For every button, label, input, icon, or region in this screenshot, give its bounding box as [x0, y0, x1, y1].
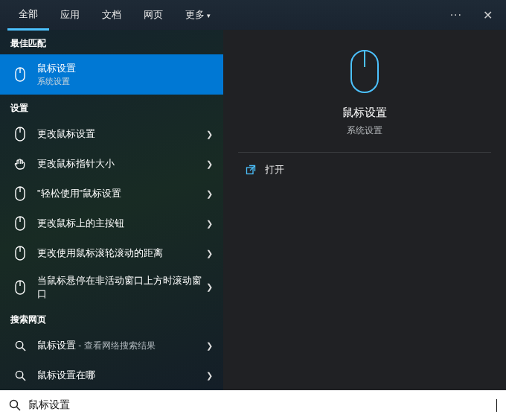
preview-pane: 鼠标设置 系统设置 打开: [223, 30, 506, 390]
action-open[interactable]: 打开: [223, 153, 506, 187]
results-pane: 最佳匹配鼠标设置系统设置设置更改鼠标设置❯更改鼠标指针大小❯"轻松使用"鼠标设置…: [0, 30, 223, 390]
result-text: 鼠标设置系统设置: [37, 62, 213, 86]
result-item[interactable]: 更改鼠标指针大小❯: [0, 149, 223, 179]
hand-icon: [10, 157, 30, 171]
chevron-right-icon: ❯: [206, 282, 213, 292]
mouse-icon: [347, 48, 382, 95]
chevron-right-icon: ❯: [206, 249, 213, 258]
svg-point-12: [16, 341, 22, 348]
preview-title: 鼠标设置: [342, 106, 387, 120]
chevron-right-icon: ❯: [206, 219, 213, 229]
result-text: 更改鼠标上的主按钮: [37, 217, 202, 230]
action-label: 打开: [265, 163, 284, 176]
mouse-icon: [10, 216, 30, 231]
result-text: 更改使用鼠标滚轮滚动的距离: [37, 246, 202, 260]
tab-2[interactable]: 文档: [91, 1, 132, 29]
mouse-icon: [10, 67, 30, 82]
tab-0[interactable]: 全部: [7, 0, 49, 31]
svg-line-15: [22, 377, 25, 380]
tab-3[interactable]: 网页: [132, 1, 174, 29]
chevron-right-icon: ❯: [206, 371, 213, 381]
result-text: "轻松使用"鼠标设置: [37, 187, 202, 200]
text-caret: [496, 399, 497, 412]
section-header: 设置: [0, 95, 223, 119]
result-item[interactable]: 当鼠标悬停在非活动窗口上方时滚动窗口❯: [0, 268, 223, 306]
preview-subtitle: 系统设置: [347, 124, 382, 137]
result-item[interactable]: 鼠标设置系统设置: [0, 54, 223, 95]
close-button[interactable]: ✕: [477, 5, 499, 25]
svg-line-13: [22, 347, 25, 350]
mouse-icon: [10, 246, 30, 261]
tab-1[interactable]: 应用: [49, 1, 91, 29]
result-item[interactable]: 更改使用鼠标滚轮滚动的距离❯: [0, 238, 223, 268]
result-item[interactable]: 更改鼠标设置❯: [0, 119, 223, 149]
svg-point-22: [10, 401, 18, 408]
result-text: 鼠标设置在哪: [37, 369, 202, 382]
chevron-right-icon: ❯: [206, 189, 213, 199]
mouse-icon: [10, 127, 30, 141]
section-header: 搜索网页: [0, 306, 223, 331]
search-bar[interactable]: [0, 390, 506, 420]
section-header: 最佳匹配: [0, 30, 223, 54]
tab-4[interactable]: 更多: [174, 1, 222, 29]
open-icon: [246, 165, 256, 175]
svg-point-14: [16, 371, 22, 378]
svg-line-23: [17, 407, 21, 411]
result-text: 更改鼠标设置: [37, 127, 202, 141]
mouse-icon: [10, 280, 30, 295]
chevron-right-icon: ❯: [206, 159, 213, 169]
top-tabbar: 全部应用文档网页更多 ··· ✕: [0, 0, 506, 30]
chevron-right-icon: ❯: [206, 341, 213, 351]
result-item[interactable]: 更改鼠标上的主按钮❯: [0, 209, 223, 238]
search-input[interactable]: [28, 399, 496, 411]
result-text: 鼠标设置 - 查看网络搜索结果: [37, 339, 202, 352]
mouse-icon: [10, 186, 30, 201]
result-text: 更改鼠标指针大小: [37, 157, 202, 171]
result-text: 当鼠标悬停在非活动窗口上方时滚动窗口: [37, 274, 202, 300]
svg-line-21: [250, 166, 254, 171]
search-icon: [10, 340, 30, 351]
result-item[interactable]: "轻松使用"鼠标设置❯: [0, 179, 223, 209]
result-item[interactable]: 鼠标设置在哪❯: [0, 360, 223, 390]
search-icon: [10, 370, 30, 381]
chevron-right-icon: ❯: [206, 130, 213, 139]
search-icon: [9, 399, 21, 411]
result-item[interactable]: 鼠标设置 - 查看网络搜索结果❯: [0, 331, 223, 360]
more-options-button[interactable]: ···: [450, 8, 462, 22]
